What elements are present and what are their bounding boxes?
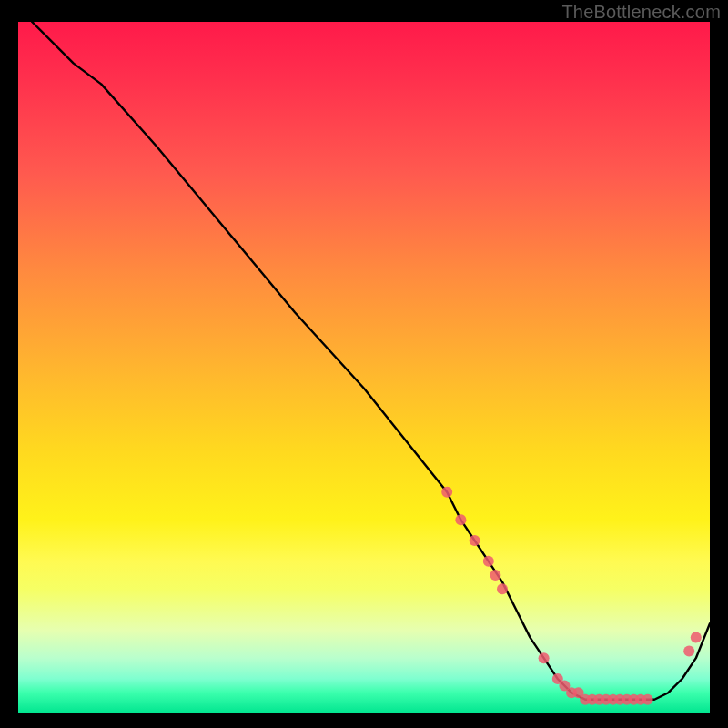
data-marker xyxy=(497,583,508,594)
data-marker xyxy=(441,487,452,498)
data-marker xyxy=(470,535,480,546)
data-marker xyxy=(539,652,550,663)
chart-svg xyxy=(18,22,710,713)
data-marker xyxy=(490,570,500,581)
data-marker xyxy=(691,632,702,642)
data-marker xyxy=(455,514,466,525)
chart-container: TheBottleneck.com xyxy=(0,0,728,728)
plot-area xyxy=(18,22,710,713)
curve-line xyxy=(32,22,710,700)
data-marker xyxy=(483,556,494,567)
data-marker xyxy=(642,694,653,705)
watermark-text: TheBottleneck.com xyxy=(561,2,721,23)
curve-markers xyxy=(441,487,702,705)
data-marker xyxy=(683,646,694,657)
